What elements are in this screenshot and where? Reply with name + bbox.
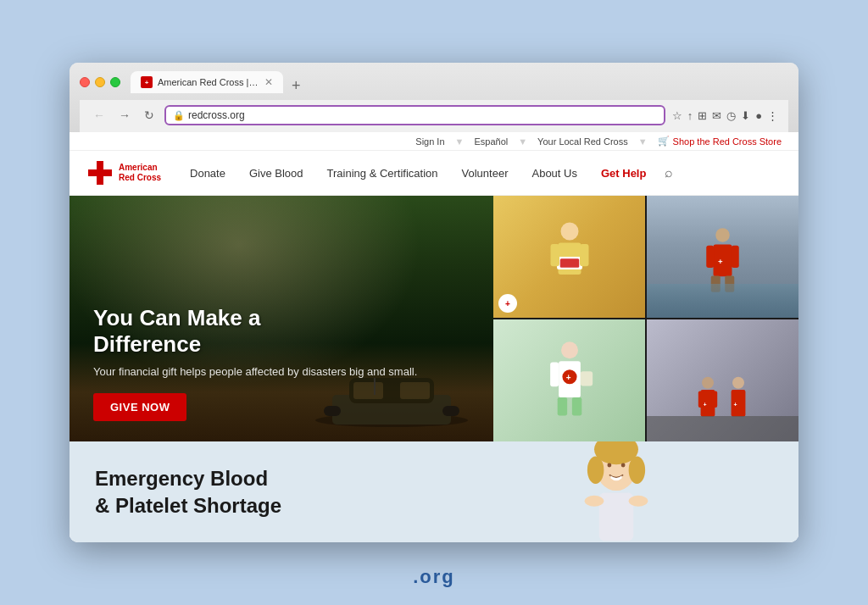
svg-point-46 (585, 495, 604, 506)
hero-photo-2: + (647, 196, 798, 318)
nav-volunteer[interactable]: Volunteer (450, 164, 520, 183)
hero-left: You Can Make a Difference Your financial… (70, 196, 493, 441)
sign-in-link[interactable]: Sign In (415, 136, 444, 147)
logo-area: American Red Cross (86, 159, 161, 186)
blood-shortage-text: Emergency Blood & Platelet Shortage (95, 465, 281, 518)
local-red-cross-link[interactable]: Your Local Red Cross (537, 136, 628, 147)
tab-close-button[interactable]: ✕ (264, 76, 273, 88)
hero-photo-grid: + + (493, 196, 798, 441)
tab-title: American Red Cross | Help T... (158, 77, 259, 87)
new-tab-button[interactable]: + (285, 78, 308, 93)
hero-photo-4: + + (647, 319, 798, 441)
minimize-window-button[interactable] (95, 77, 105, 87)
svg-point-16 (715, 228, 730, 242)
give-now-button[interactable]: GIVE NOW (93, 393, 186, 421)
nav-give-blood[interactable]: Give Blood (237, 164, 315, 183)
address-input[interactable]: 🔒 redcross.org (164, 105, 665, 125)
lock-icon: 🔒 (173, 110, 185, 121)
browser-window: + American Red Cross | Help T... ✕ + ← →… (70, 63, 798, 541)
menu-icon[interactable]: ⋮ (767, 109, 778, 122)
svg-rect-28 (580, 372, 592, 386)
tabs-row: + American Red Cross | Help T... ✕ + (131, 71, 308, 93)
svg-rect-27 (550, 363, 559, 387)
nav-donate[interactable]: Donate (178, 164, 237, 183)
download-icon[interactable]: ⬇ (741, 109, 750, 122)
utility-bar: Sign In ▼ Español ▼ Your Local Red Cross… (70, 132, 798, 151)
title-bar: + American Red Cross | Help T... ✕ + ← →… (70, 63, 798, 132)
svg-point-10 (560, 223, 578, 241)
search-icon[interactable]: ⌕ (665, 165, 673, 180)
svg-rect-15 (580, 244, 589, 266)
share-icon[interactable]: ↑ (687, 109, 693, 122)
bookmark-icon[interactable]: ☆ (672, 109, 682, 122)
nav-get-help[interactable]: Get Help (589, 164, 658, 183)
org-watermark: .org (0, 566, 868, 588)
main-nav: American Red Cross Donate Give Blood Tra… (70, 151, 798, 196)
address-text: redcross.org (188, 109, 245, 121)
logo-text: American Red Cross (119, 163, 161, 183)
svg-point-31 (702, 377, 714, 389)
svg-point-43 (607, 463, 611, 467)
shop-link[interactable]: 🛒 Shop the Red Cross Store (658, 136, 782, 147)
svg-text:+: + (565, 373, 570, 382)
hero-photo-1: + (493, 196, 645, 318)
svg-rect-19 (706, 246, 714, 268)
svg-text:+: + (733, 402, 737, 408)
blood-shortage-section: Emergency Blood & Platelet Shortage (70, 441, 798, 541)
espanol-link[interactable]: Español (474, 136, 508, 147)
svg-rect-14 (550, 244, 559, 266)
nav-links: Donate Give Blood Training & Certificati… (178, 164, 782, 183)
page-content: Sign In ▼ Español ▼ Your Local Red Cross… (70, 132, 798, 541)
maximize-window-button[interactable] (110, 77, 120, 87)
hero-content: You Can Make a Difference Your financial… (93, 305, 470, 422)
hero-subtitle: Your financial gift helps people affecte… (93, 364, 470, 380)
svg-rect-29 (557, 397, 566, 415)
toolbar-icons: ☆ ↑ ⊞ ✉ ◷ ⬇ ● ⋮ (672, 109, 778, 122)
svg-rect-34 (698, 391, 703, 408)
svg-point-47 (629, 495, 648, 506)
svg-rect-45 (599, 492, 634, 541)
blood-shortage-title: Emergency Blood & Platelet Shortage (95, 465, 281, 518)
mail-icon[interactable]: ✉ (712, 109, 721, 122)
refresh-button[interactable]: ↻ (141, 107, 158, 124)
svg-rect-13 (559, 259, 579, 269)
svg-point-41 (587, 456, 604, 484)
svg-point-42 (629, 456, 646, 484)
red-cross-logo[interactable] (86, 159, 114, 186)
extensions-icon[interactable]: ⊞ (698, 109, 707, 122)
address-bar: ← → ↻ 🔒 redcross.org ☆ ↑ ⊞ ✉ ◷ ⬇ ● ⋮ (80, 100, 788, 132)
blood-section-person (570, 441, 663, 541)
svg-point-36 (732, 377, 744, 389)
back-button[interactable]: ← (90, 107, 108, 124)
history-icon[interactable]: ◷ (726, 109, 736, 122)
hero-section: You Can Make a Difference Your financial… (70, 196, 798, 441)
svg-rect-20 (732, 246, 739, 268)
tab-favicon: + (141, 76, 153, 88)
svg-point-23 (561, 342, 578, 359)
cart-icon: 🛒 (658, 136, 670, 147)
nav-about-us[interactable]: About Us (520, 164, 588, 183)
svg-rect-35 (711, 391, 716, 408)
svg-text:+: + (718, 257, 723, 266)
forward-button[interactable]: → (115, 107, 134, 124)
close-window-button[interactable] (80, 77, 90, 87)
hero-photo-3: + (493, 319, 645, 441)
nav-training[interactable]: Training & Certification (315, 164, 450, 183)
svg-rect-30 (571, 397, 581, 415)
browser-tab-active[interactable]: + American Red Cross | Help T... ✕ (131, 71, 283, 93)
svg-rect-1 (88, 169, 112, 176)
window-controls (80, 77, 120, 87)
hero-title: You Can Make a Difference (93, 305, 470, 358)
svg-point-44 (621, 463, 626, 467)
profile-icon[interactable]: ● (755, 109, 762, 122)
